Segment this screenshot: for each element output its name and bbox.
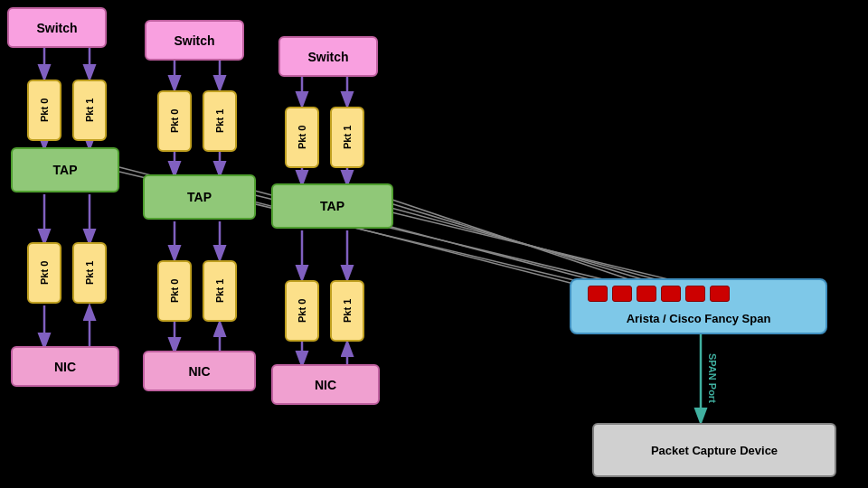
switch-1: Switch [7, 7, 107, 48]
svg-line-31 [384, 211, 702, 287]
nic-1: NIC [11, 346, 119, 387]
nic-1-label: NIC [54, 360, 76, 374]
pkt-3c-label: Pkt 0 [297, 299, 307, 323]
pkt-3d-label: Pkt 1 [342, 299, 353, 323]
pkt-1d: Pkt 1 [72, 242, 107, 304]
pkt-2a-label: Pkt 0 [169, 109, 180, 133]
nic-3-label: NIC [315, 378, 336, 392]
svg-line-29 [384, 202, 669, 287]
svg-line-30 [384, 206, 685, 287]
switch-3: Switch [278, 36, 378, 77]
pkt-1a-label: Pkt 0 [39, 99, 50, 122]
span-port-label: SPAN Port [707, 353, 718, 403]
tap-1-label: TAP [53, 163, 78, 177]
nic-3: NIC [271, 364, 380, 405]
capture-label: Packet Capture Device [651, 444, 778, 457]
pkt-3a-label: Pkt 0 [297, 126, 307, 149]
svg-line-28 [384, 197, 653, 287]
pkt-3c: Pkt 0 [285, 280, 319, 342]
tap-1: TAP [11, 147, 119, 192]
pkt-3b-label: Pkt 1 [342, 126, 353, 149]
arista-label: Arista / Cisco Fancy Span [627, 312, 771, 325]
packet-capture-device: Packet Capture Device [592, 423, 836, 477]
pkt-1c-label: Pkt 0 [39, 261, 50, 285]
pkt-2b-label: Pkt 1 [214, 109, 225, 133]
network-diagram: Switch Switch Switch Pkt 0 Pkt 1 TAP Pkt… [0, 0, 868, 488]
port-2 [612, 286, 632, 302]
pkt-1b: Pkt 1 [72, 80, 107, 141]
tap-2: TAP [143, 174, 256, 220]
arrows-layer [0, 0, 868, 488]
pkt-2b: Pkt 1 [203, 90, 237, 152]
pkt-2d-label: Pkt 1 [214, 279, 225, 303]
tap-3-label: TAP [320, 199, 344, 213]
switch-1-label: Switch [36, 21, 77, 35]
switch-2-label: Switch [174, 33, 214, 48]
port-3 [637, 286, 656, 302]
port-1 [588, 286, 608, 302]
pkt-1d-label: Pkt 1 [84, 261, 95, 285]
switch-3-label: Switch [307, 50, 348, 64]
pkt-2a: Pkt 0 [157, 90, 192, 152]
pkt-2c: Pkt 0 [157, 260, 192, 322]
tap-2-label: TAP [187, 190, 212, 204]
pkt-1c: Pkt 0 [27, 242, 61, 304]
pkt-3d: Pkt 1 [330, 280, 364, 342]
pkt-3a: Pkt 0 [285, 107, 319, 168]
pkt-3b: Pkt 1 [330, 107, 364, 168]
pkt-1a: Pkt 0 [27, 80, 61, 141]
pkt-1b-label: Pkt 1 [84, 99, 95, 122]
port-5 [685, 286, 705, 302]
arista-box: Arista / Cisco Fancy Span [570, 278, 827, 334]
pkt-2c-label: Pkt 0 [169, 279, 180, 303]
nic-2-label: NIC [188, 364, 210, 379]
port-4 [661, 286, 681, 302]
pkt-2d: Pkt 1 [203, 260, 237, 322]
switch-2: Switch [145, 20, 244, 61]
port-6 [710, 286, 730, 302]
nic-2: NIC [143, 351, 256, 391]
tap-3: TAP [271, 183, 393, 229]
